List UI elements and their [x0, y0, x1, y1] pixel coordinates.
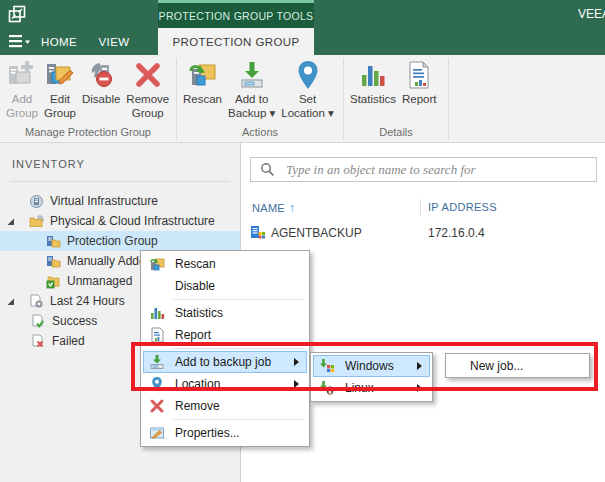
tree-item-protection-group[interactable]: Protection Group [0, 231, 240, 251]
menu-item-location[interactable]: Location [143, 373, 307, 395]
search-icon [260, 162, 275, 177]
linux-icon [319, 380, 335, 396]
context-menu: Rescan Disable Statistics Report [140, 250, 310, 447]
disable-button[interactable]: Disable [79, 58, 123, 107]
add-group-icon [6, 59, 38, 91]
virtual-infrastructure-icon [29, 194, 44, 209]
menu-item-statistics[interactable]: Statistics [143, 302, 307, 324]
submenu-os: Windows Linux [310, 352, 433, 402]
column-separator[interactable] [420, 199, 421, 216]
add-to-backup-icon [236, 59, 268, 91]
tab-protection-group[interactable]: PROTECTION GROUP [158, 28, 314, 55]
ribbon-tab-row: HOME VIEW PROTECTION GROUP [0, 28, 605, 55]
menu-separator [173, 299, 305, 300]
menu-item-disable[interactable]: Disable [143, 275, 307, 297]
column-header-name[interactable]: NAME ↑ [252, 201, 295, 215]
row-name: AGENTBACKUP [271, 226, 362, 240]
ribbon-group-manage: Add Group Edit Group [0, 55, 176, 142]
menu-hamburger-icon[interactable] [9, 35, 31, 48]
ribbon: Add Group Edit Group [0, 55, 605, 143]
properties-icon [149, 425, 165, 441]
submenu-arrow-icon [294, 380, 299, 388]
column-header-ip-address[interactable]: IP ADDRESS [428, 201, 497, 213]
unmanaged-icon [46, 274, 61, 289]
edit-group-icon [44, 59, 76, 91]
menu-item-remove[interactable]: Remove [143, 395, 307, 417]
location-icon [149, 376, 165, 392]
agent-computer-icon [250, 225, 265, 240]
report-icon [149, 327, 165, 343]
submenu-arrow-icon [417, 384, 422, 392]
sort-ascending-icon: ↑ [289, 201, 295, 215]
report-button[interactable]: Report [399, 58, 440, 107]
rescan-icon [187, 59, 219, 91]
icon-placeholder [149, 278, 165, 294]
failed-icon [31, 334, 46, 349]
contextual-tab-header: PROTECTION GROUP TOOLS [158, 0, 314, 28]
remove-group-button[interactable]: Remove Group [123, 58, 172, 121]
last-24-hours-icon [29, 294, 44, 309]
statistics-icon [149, 305, 165, 321]
table-row[interactable]: AGENTBACKUP 172.16.0.4 [241, 223, 605, 243]
group-label-details: Details [344, 126, 448, 142]
rescan-button[interactable]: Rescan [180, 58, 225, 107]
tab-home[interactable]: HOME [32, 28, 86, 55]
search-box [250, 157, 597, 182]
row-ip-address: 172.16.0.4 [428, 226, 485, 240]
tree-item-physical-cloud-infrastructure[interactable]: Physical & Cloud Infrastructure [0, 211, 240, 231]
statistics-icon [357, 59, 389, 91]
group-label-actions: Actions [177, 126, 343, 142]
protection-group-icon [46, 234, 61, 249]
title-bar: PROTECTION GROUP TOOLS VEEA [0, 0, 605, 28]
expander-icon[interactable] [6, 217, 15, 226]
submenu-arrow-icon [417, 362, 422, 370]
set-location-button[interactable]: Set Location ▾ [278, 58, 336, 121]
menu-item-rescan[interactable]: Rescan [143, 253, 307, 275]
submenu-job: New job... [445, 353, 590, 378]
add-group-button: Add Group [3, 58, 41, 121]
submenu-arrow-icon [294, 358, 299, 366]
edit-group-button[interactable]: Edit Group [41, 58, 79, 121]
submenu-item-windows[interactable]: Windows [313, 355, 430, 377]
remove-icon [149, 398, 165, 414]
menu-separator [173, 348, 305, 349]
success-icon [31, 314, 46, 329]
add-to-backup-icon [149, 354, 165, 370]
statistics-button[interactable]: Statistics [347, 58, 399, 107]
physical-cloud-infrastructure-icon [29, 214, 44, 229]
ribbon-group-actions: Rescan Add to Backup ▾ Set Location ▾ [177, 55, 343, 142]
tab-view[interactable]: VIEW [90, 28, 138, 55]
expander-icon[interactable] [6, 297, 15, 306]
tree-item-virtual-infrastructure[interactable]: Virtual Infrastructure [0, 191, 240, 211]
submenu-item-linux[interactable]: Linux [313, 377, 430, 399]
rescan-icon [149, 256, 165, 272]
divider [10, 181, 230, 182]
set-location-icon [292, 59, 324, 91]
menu-separator [173, 419, 305, 420]
menu-item-properties[interactable]: Properties... [143, 422, 307, 444]
search-input[interactable] [284, 161, 596, 179]
app-icon [8, 5, 26, 23]
ribbon-divider [448, 58, 449, 139]
window-title: VEEA [578, 7, 605, 21]
ribbon-group-details: Statistics Report Details [344, 55, 448, 142]
manually-added-icon [46, 254, 61, 269]
add-to-backup-button[interactable]: Add to Backup ▾ [225, 58, 278, 121]
group-label-manage: Manage Protection Group [0, 126, 176, 142]
remove-group-icon [132, 59, 164, 91]
disable-icon [85, 59, 117, 91]
report-icon [403, 59, 435, 91]
menu-item-add-to-backup-job[interactable]: Add to backup job [143, 351, 307, 373]
windows-icon [319, 358, 335, 374]
menu-item-report[interactable]: Report [143, 324, 307, 346]
submenu-item-new-job[interactable]: New job... [448, 356, 587, 375]
inventory-panel-title: INVENTORY [12, 158, 240, 170]
